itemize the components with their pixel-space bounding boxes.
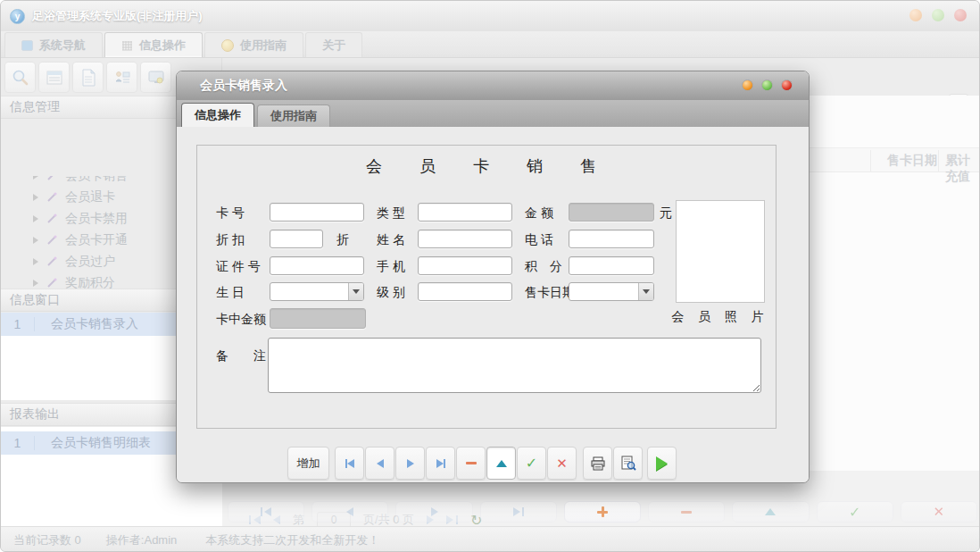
last-record-button[interactable]: [426, 447, 455, 480]
expand-icon[interactable]: [33, 280, 38, 287]
nav-next-button[interactable]: [395, 501, 472, 523]
tab-about[interactable]: 关于: [305, 32, 362, 57]
document-icon: [80, 69, 96, 87]
dialog-tab-info-operation[interactable]: 信息操作: [181, 103, 254, 127]
tab-info-operation[interactable]: 信息操作: [104, 32, 203, 57]
preview-button[interactable]: [613, 447, 643, 480]
dialog-tab-user-guide[interactable]: 使用指南: [257, 105, 330, 127]
expand-icon[interactable]: [33, 176, 38, 180]
name-input[interactable]: [418, 230, 512, 248]
tree-label: 会员卡禁用: [65, 211, 128, 227]
tree-label: 会员卡销售: [65, 176, 128, 184]
nav-edit-button[interactable]: [732, 501, 809, 523]
monitor-button[interactable]: [140, 62, 171, 93]
nav-confirm-button[interactable]: ✓: [817, 501, 893, 523]
level-input[interactable]: [418, 282, 512, 301]
id-no-input[interactable]: [270, 256, 364, 275]
wand-icon: [46, 191, 58, 204]
nav-delete-button[interactable]: [648, 501, 725, 523]
confirm-button[interactable]: ✓: [517, 447, 546, 480]
list-view-button[interactable]: [38, 62, 70, 93]
cancel-button[interactable]: ✕: [547, 447, 577, 480]
tab-label: 关于: [322, 38, 345, 54]
tab-system-nav[interactable]: 系统导航: [4, 32, 103, 57]
expand-icon[interactable]: [33, 258, 38, 265]
member-photo-label: 会 员 照 片: [667, 309, 774, 325]
app-window: y 足浴管理系统专业版(非注册用户) 系统导航 信息操作 使用指南: [0, 0, 980, 552]
section-label: 信息管理: [10, 99, 60, 115]
dialog-maximize-button[interactable]: [761, 79, 773, 91]
tree-item-member-transfer[interactable]: 会员过户: [33, 251, 115, 272]
delete-record-button[interactable]: [456, 447, 486, 480]
list-icon: [46, 70, 63, 86]
nav-add-button[interactable]: [564, 501, 641, 523]
expand-icon[interactable]: [33, 215, 38, 222]
execute-button[interactable]: [647, 447, 677, 480]
status-bar: 当前记录数 0 操作者:Admin 本系统支持二次开发和全新开发！: [1, 526, 979, 552]
label-yuan: 元: [660, 205, 672, 222]
row-label: 会员卡销售录入: [35, 316, 138, 332]
column-total-recharge[interactable]: 累计充值: [945, 153, 980, 185]
card-no-input[interactable]: [270, 203, 364, 222]
card-balance-input: [270, 308, 366, 329]
discount-input[interactable]: [270, 230, 323, 248]
next-record-button[interactable]: [395, 447, 425, 480]
prev-record-button[interactable]: [365, 447, 394, 480]
chevron-down-icon[interactable]: [638, 283, 653, 300]
type-input[interactable]: [418, 203, 512, 222]
search-button[interactable]: [4, 62, 36, 93]
expand-icon[interactable]: [33, 194, 38, 201]
tree-item-card-refund[interactable]: 会员退卡: [33, 187, 115, 208]
window-minimize-button[interactable]: [909, 9, 922, 21]
nav-last-button[interactable]: [480, 501, 557, 523]
expand-icon[interactable]: [33, 237, 38, 244]
check-icon: ✓: [526, 455, 537, 472]
sale-date-select[interactable]: [569, 282, 654, 301]
tree-item-card-sale[interactable]: 会员卡销售: [33, 176, 128, 187]
chevron-down-icon[interactable]: [348, 283, 363, 300]
dialog-tabs: 信息操作 使用指南: [177, 100, 809, 127]
dialog-titlebar[interactable]: 会员卡销售录入: [177, 71, 809, 100]
dialog-toolbar: 增加 ✓ ✕: [177, 447, 810, 483]
tree-item-card-open[interactable]: 会员卡开通: [33, 230, 128, 251]
label-discount: 折 扣: [216, 232, 245, 248]
org-chart-button[interactable]: [106, 62, 137, 93]
minus-icon: [681, 511, 692, 514]
dialog-title: 会员卡销售录入: [200, 78, 287, 94]
section-label: 信息窗口: [10, 292, 60, 308]
points-input[interactable]: [569, 256, 654, 275]
grid-icon: [121, 40, 133, 51]
nav-prev-button[interactable]: [311, 501, 388, 523]
clock-icon: [221, 39, 234, 52]
label-level: 级 别: [377, 285, 405, 301]
label-zhe: 折: [336, 232, 349, 248]
edit-record-button[interactable]: [486, 447, 516, 480]
window-maximize-button[interactable]: [932, 9, 944, 21]
triangle-up-icon: [765, 508, 776, 515]
document-button[interactable]: [72, 62, 104, 93]
add-button[interactable]: 增加: [287, 447, 329, 480]
tab-user-guide[interactable]: 使用指南: [204, 32, 303, 57]
record-count: 当前记录数 0: [13, 532, 81, 548]
first-record-button[interactable]: [335, 447, 364, 480]
print-button[interactable]: [583, 447, 612, 480]
row-label: 会员卡销售明细表: [35, 435, 151, 451]
dialog-content: 会 员 卡 销 售 卡 号 类 型 金 额 元 折 扣 折 姓 名 电 话 证 …: [177, 127, 810, 483]
nav-cancel-button[interactable]: ✕: [901, 501, 977, 523]
window-close-button[interactable]: [954, 9, 967, 21]
tab-label: 系统导航: [39, 38, 86, 54]
dialog-close-button[interactable]: [781, 79, 793, 91]
tree-item-card-disable[interactable]: 会员卡禁用: [33, 208, 128, 230]
label-phone: 电 话: [525, 232, 553, 248]
prev-icon: [377, 459, 384, 468]
remark-textarea[interactable]: [268, 338, 761, 393]
first-icon: [347, 459, 354, 468]
mobile-input[interactable]: [418, 256, 512, 275]
birthday-select[interactable]: [270, 282, 364, 301]
nav-first-button[interactable]: [228, 501, 304, 523]
search-icon: [12, 69, 29, 87]
label-id-no: 证 件 号: [216, 259, 261, 275]
phone-input[interactable]: [569, 230, 654, 248]
dialog-minimize-button[interactable]: [742, 79, 753, 91]
column-sale-date[interactable]: 售卡日期: [887, 153, 937, 169]
